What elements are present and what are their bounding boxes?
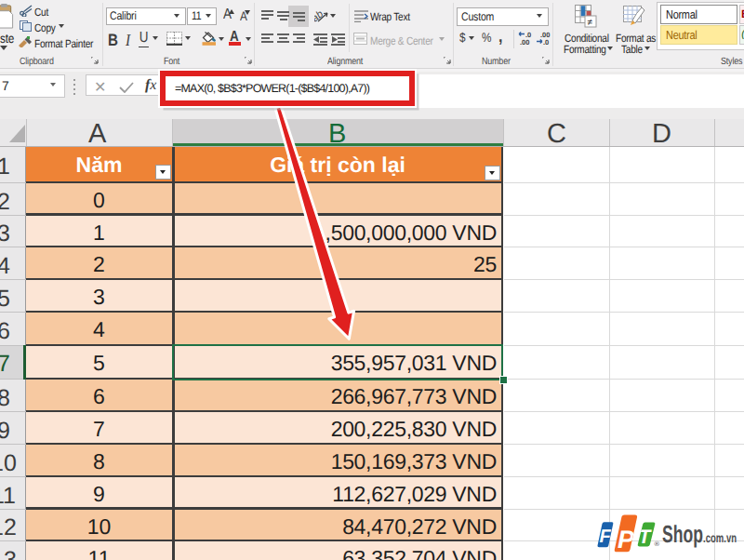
svg-text:T: T (639, 527, 653, 548)
svg-text:F: F (600, 527, 612, 547)
svg-text:Shop: Shop (662, 520, 703, 548)
svg-text:®: ® (655, 540, 660, 548)
svg-text:P: P (618, 526, 635, 553)
svg-text:.com.vn: .com.vn (703, 530, 737, 545)
